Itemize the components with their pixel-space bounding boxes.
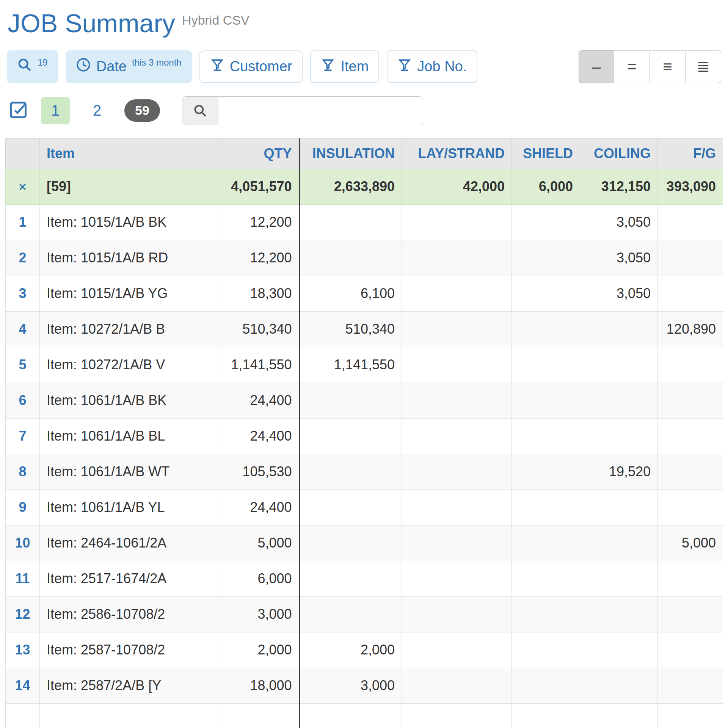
table-search-input[interactable] (218, 96, 423, 125)
cell-lay_strand (402, 525, 512, 561)
check-square-icon[interactable] (8, 100, 28, 121)
table-row[interactable]: 5Item: 10272/1A/B V1,141,5501,141,550 (6, 347, 723, 383)
date-filter-button[interactable]: Date this 3 month (66, 50, 192, 83)
summary-lay-strand: 42,000 (402, 169, 512, 204)
cell-fg (658, 561, 723, 596)
cell-item: Item: 1061/1A/B YL (40, 490, 218, 525)
header-coiling[interactable]: COILING (580, 138, 658, 169)
density-1-button[interactable]: – (579, 50, 614, 83)
table-row[interactable]: 6Item: 1061/1A/B BK24,400 (6, 383, 723, 418)
clock-icon (76, 57, 91, 76)
title-row: JOB Summary Hybrid CSV (5, 5, 723, 38)
cell-shield (512, 525, 580, 561)
cell-item: Item: 1061/1A/B WT (40, 454, 218, 490)
cell-qty: 510,340 (218, 311, 300, 347)
cell-item: Item: 2517-1674/2A (40, 561, 218, 596)
density-2-button[interactable]: = (614, 50, 650, 83)
cell-qty: 1,141,550 (218, 347, 300, 383)
table-row[interactable]: 3Item: 1015/1A/B YG18,3006,1003,050 (6, 276, 723, 311)
cell-lay_strand (402, 347, 512, 383)
customer-filter-label: Customer (230, 58, 292, 75)
cell-lay_strand (402, 632, 512, 668)
table-row[interactable]: 11Item: 2517-1674/2A6,000 (6, 561, 723, 596)
row-number: 3 (6, 276, 40, 311)
customer-filter-button[interactable]: Customer (199, 50, 303, 83)
search-icon (182, 96, 218, 125)
page-title: JOB Summary (8, 9, 175, 38)
job-no-filter-label: Job No. (417, 58, 467, 75)
cell-lay_strand (402, 276, 512, 311)
job-no-filter-button[interactable]: Job No. (387, 50, 477, 83)
table-row[interactable]: 1Item: 1015/1A/B BK12,2003,050 (6, 204, 723, 240)
cell-insulation (300, 418, 402, 454)
header-fg[interactable]: F/G (658, 138, 723, 169)
row-number: 10 (6, 525, 40, 561)
cell-insulation (300, 383, 402, 418)
header-qty[interactable]: QTY (218, 138, 300, 169)
header-shield[interactable]: SHIELD (512, 138, 580, 169)
table-row[interactable]: 4Item: 10272/1A/B B510,340510,340120,890 (6, 311, 723, 347)
cell-lay_strand (402, 668, 512, 703)
cell (512, 703, 580, 728)
table-row[interactable]: 2Item: 1015/1A/B RD12,2003,050 (6, 240, 723, 276)
cell-fg (658, 490, 723, 525)
cell-shield (512, 347, 580, 383)
table-row[interactable]: 12Item: 2586-10708/23,000 (6, 596, 723, 632)
summary-qty: 4,051,570 (218, 169, 300, 204)
page-2-button[interactable]: 2 (83, 97, 111, 124)
header-lay-strand[interactable]: LAY/STRAND (402, 138, 512, 169)
cell (40, 703, 218, 728)
clear-selection-icon[interactable]: × (6, 169, 40, 204)
cell-lay_strand (402, 383, 512, 418)
cell-insulation (300, 525, 402, 561)
cell-qty: 2,000 (218, 632, 300, 668)
cell-insulation (300, 561, 402, 596)
cell-fg (658, 383, 723, 418)
cell-insulation (300, 204, 402, 240)
table-row[interactable]: 8Item: 1061/1A/B WT105,53019,520 (6, 454, 723, 490)
cell-shield (512, 418, 580, 454)
date-range-label: this 3 month (132, 57, 182, 68)
cell-lay_strand (402, 311, 512, 347)
cell-item: Item: 2464-1061/2A (40, 525, 218, 561)
table-row[interactable]: 14Item: 2587/2A/B [Y18,0003,000 (6, 668, 723, 703)
cell-lay_strand (402, 490, 512, 525)
cell-fg (658, 596, 723, 632)
cell-item: Item: 10272/1A/B V (40, 347, 218, 383)
table-row[interactable]: 9Item: 1061/1A/B YL24,400 (6, 490, 723, 525)
table-row[interactable]: 7Item: 1061/1A/B BL24,400 (6, 418, 723, 454)
table-row[interactable]: 13Item: 2587-10708/22,0002,000 (6, 632, 723, 668)
density-3-button[interactable]: ≡ (650, 50, 686, 83)
cell (218, 703, 300, 728)
cell-qty: 105,530 (218, 454, 300, 490)
density-4-button[interactable]: ≣ (686, 50, 721, 83)
cell-coiling (580, 418, 658, 454)
toolbar: 19 Date this 3 month Customer (5, 50, 723, 83)
filter-icon (321, 58, 335, 75)
item-filter-button[interactable]: Item (310, 50, 379, 83)
summary-shield: 6,000 (512, 169, 580, 204)
cell-item: Item: 1015/1A/B RD (40, 240, 218, 276)
header-item[interactable]: Item (40, 138, 218, 169)
cell-insulation (300, 240, 402, 276)
page-1-button[interactable]: 1 (41, 97, 70, 124)
cell-item: Item: 1061/1A/B BL (40, 418, 218, 454)
table-search-group (182, 96, 423, 125)
header-insulation[interactable]: INSULATION (300, 138, 402, 169)
cell-lay_strand (402, 240, 512, 276)
cell-lay_strand (402, 454, 512, 490)
cell-coiling: 3,050 (580, 240, 658, 276)
table-row[interactable] (6, 703, 723, 728)
cell-shield (512, 204, 580, 240)
search-filter-button[interactable]: 19 (7, 50, 58, 83)
table-row[interactable]: 10Item: 2464-1061/2A5,0005,000 (6, 525, 723, 561)
cell-item: Item: 2587/2A/B [Y (40, 668, 218, 703)
cell-insulation: 6,100 (300, 276, 402, 311)
cell-qty: 24,400 (218, 383, 300, 418)
job-summary-table: Item QTY INSULATION LAY/STRAND SHIELD CO… (5, 138, 723, 728)
cell-item: Item: 1061/1A/B BK (40, 383, 218, 418)
cell-coiling (580, 347, 658, 383)
cell-coiling (580, 490, 658, 525)
cell-lay_strand (402, 204, 512, 240)
cell-insulation (300, 596, 402, 632)
